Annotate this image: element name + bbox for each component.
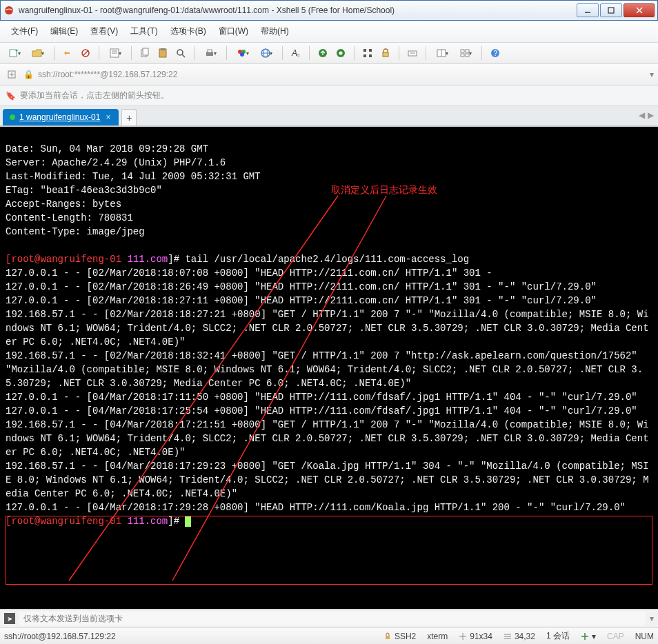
svg-point-30 [339,52,343,55]
lock-icon: 🔒 [23,70,34,79]
svg-rect-35 [383,52,388,57]
properties-button[interactable]: ▾ [105,46,126,61]
menu-file[interactable]: 文件(F) [6,23,43,39]
menu-edit[interactable]: 编辑(E) [45,23,83,39]
print-button[interactable]: ▾ [200,46,221,61]
status-dot-icon [10,114,15,120]
status-connection: ssh://root@192.168.57.129:22 [4,632,116,641]
hint-text: 要添加当前会话，点击左侧的箭头按钮。 [20,90,169,101]
menu-tools[interactable]: 工具(T) [125,23,163,39]
svg-rect-2 [608,8,614,13]
svg-point-22 [240,52,244,57]
tab-close-icon[interactable]: × [104,112,112,122]
prompt-user: [root@wangruifeng-01 [6,516,127,527]
prompt-user: [root@wangruifeng-01 [6,254,127,265]
compose-options[interactable]: ▾ [650,614,654,623]
minimize-button[interactable] [577,3,599,17]
copy-button[interactable] [137,46,152,61]
fullscreen-button[interactable] [360,46,375,61]
annotation-text: 取消定义后日志记录生效 [331,183,437,197]
lock-button[interactable] [378,46,393,61]
svg-rect-19 [208,50,212,52]
cursor-icon [185,516,191,527]
log-line: 192.168.57.1 - - [02/Mar/2018:18:27:21 +… [6,309,649,348]
status-num: NUM [635,632,654,641]
svg-text:a: a [297,52,300,58]
tab-next-button[interactable]: ▶ [648,110,654,120]
keymap-button[interactable] [405,46,420,61]
log-line: 127.0.0.1 - - [02/Mar/2018:18:26:49 +080… [6,281,597,292]
close-button[interactable] [624,3,655,17]
status-ssh: SSH2 [383,632,416,641]
session-tab[interactable]: 1 wangruifenglinux-01 × [3,109,119,125]
hint-bar: 🔖 要添加当前会话，点击左侧的箭头按钮。 [0,85,658,106]
tab-prev-button[interactable]: ◀ [639,110,645,120]
log-line: 127.0.0.1 - - [02/Mar/2018:18:07:08 +080… [6,268,492,279]
svg-rect-31 [363,49,366,52]
svg-rect-33 [363,54,366,57]
font-button[interactable]: Aa [288,46,303,61]
address-bar: 🔒 ssh://root:********@192.168.57.129:22 … [0,64,658,85]
app-icon [3,5,14,16]
tab-add-button[interactable]: + [121,109,137,125]
menu-window[interactable]: 窗口(W) [213,23,254,39]
compose-input[interactable] [19,612,646,625]
xftp-button[interactable] [315,46,330,61]
svg-rect-42 [461,54,464,57]
status-term-type: xterm [427,632,448,641]
term-header-line: Last-Modified: Tue, 14 Jul 2009 05:32:31… [6,171,261,182]
term-header-line: Content-Type: image/jpeg [6,226,145,237]
layout-grid-button[interactable]: ▾ [455,46,476,61]
paste-button[interactable] [155,46,170,61]
svg-rect-32 [369,49,372,52]
encoding-button[interactable]: ▾ [256,46,277,61]
term-header-line: Content-Length: 780831 [6,212,133,223]
log-line-boxed: 192.168.57.1 - - [04/Mar/2018:17:29:23 +… [6,461,649,499]
status-encoding-icon[interactable]: ▾ [581,632,596,641]
log-line: 127.0.0.1 - - [02/Mar/2018:18:27:11 +080… [6,295,597,306]
address-text[interactable]: ssh://root:********@192.168.57.129:22 [38,70,646,79]
status-cursor-pos: 34,32 [504,632,535,641]
open-session-button[interactable]: ▾ [28,46,48,61]
menubar: 文件(F) 编辑(E) 查看(V) 工具(T) 选项卡(B) 窗口(W) 帮助(… [0,21,658,43]
address-dropdown[interactable]: ▾ [650,70,654,79]
svg-rect-13 [143,48,148,55]
menu-tabs[interactable]: 选项卡(B) [165,23,212,39]
find-button[interactable] [173,46,188,61]
log-line-boxed: 127.0.0.1 - - [04/Mar/2018:17:29:28 +080… [6,502,626,513]
menu-view[interactable]: 查看(V) [85,23,123,39]
log-line: 192.168.57.1 - - [04/Mar/2018:17:21:51 +… [6,419,649,458]
term-header-line: Accept-Ranges: bytes [6,199,121,210]
term-header-line: Server: Apache/2.4.29 (Unix) PHP/7.1.6 [6,157,226,168]
term-header-line: ETag: "bea1f-46ea3c3d3b9c0" [6,185,162,196]
reconnect-button[interactable] [60,46,75,61]
window-title: wangruifenglinux-01 - root@wangruifeng-0… [19,6,575,15]
color-scheme-button[interactable]: ▾ [232,46,253,61]
status-bar: ssh://root@192.168.57.129:22 SSH2 xterm … [0,627,658,644]
term-header-line: Date: Sun, 04 Mar 2018 09:29:28 GMT [6,143,208,154]
toolbar: +▾ ▾ ▾ ▾ ▾ ▾ Aa ▾ ▾ ? [0,43,658,64]
menu-help[interactable]: 帮助(H) [255,23,295,39]
xagent-button[interactable] [333,46,348,61]
new-session-button[interactable]: +▾ [4,46,25,61]
terminal[interactable]: Date: Sun, 04 Mar 2018 09:29:28 GMT Serv… [0,126,658,609]
tab-bar: 1 wangruifenglinux-01 × + ◀ ▶ [0,106,658,126]
disconnect-button[interactable] [78,46,93,61]
log-line: 127.0.0.1 - - [04/Mar/2018:17:11:50 +080… [6,392,637,403]
log-line: 192.168.57.1 - - [02/Mar/2018:18:32:41 +… [6,350,643,389]
help-button[interactable]: ? [488,46,503,61]
log-line: 127.0.0.1 - - [04/Mar/2018:17:25:54 +080… [6,405,637,416]
send-icon[interactable]: ➤ [4,613,15,624]
svg-line-17 [182,54,185,57]
status-size: 91x34 [459,632,492,641]
compose-bar: ➤ ▾ [0,609,658,627]
status-sessions: 1 会话 [546,630,570,642]
layout-h-button[interactable]: ▾ [432,46,452,61]
maximize-button[interactable] [600,3,622,17]
bookmark-icon[interactable]: 🔖 [6,91,16,101]
add-session-icon[interactable] [4,67,19,82]
svg-text:?: ? [494,50,498,57]
window-titlebar: wangruifenglinux-01 - root@wangruifeng-0… [0,0,658,21]
status-caps: CAP [607,632,624,641]
svg-rect-15 [161,48,165,50]
